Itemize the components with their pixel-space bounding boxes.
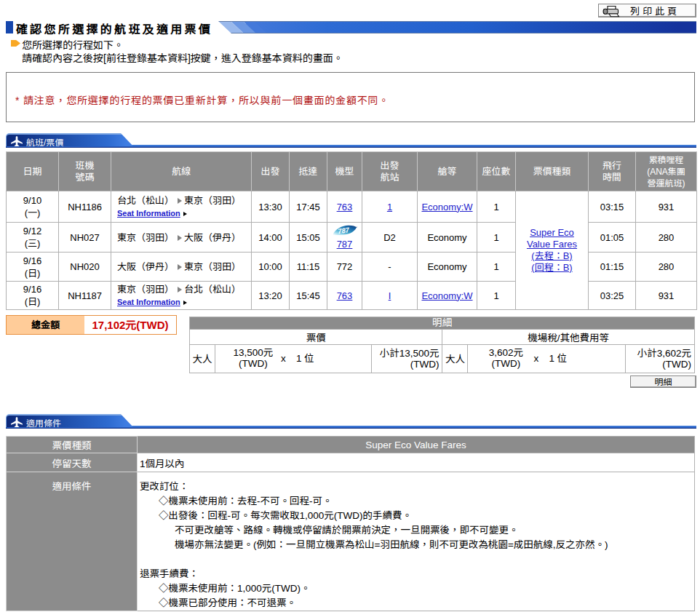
svg-text:787: 787 xyxy=(337,226,350,235)
